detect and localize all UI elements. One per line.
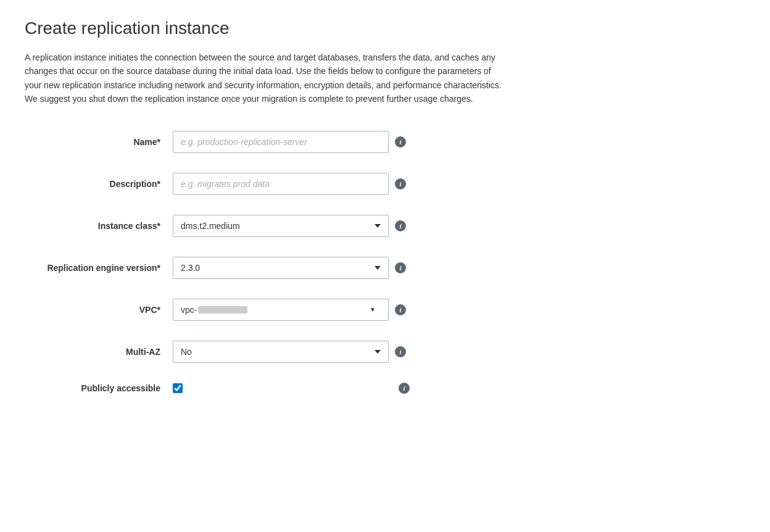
instance-class-info-icon[interactable]: i bbox=[395, 220, 406, 231]
vpc-select[interactable]: vpc- ▼ bbox=[173, 299, 389, 321]
page-title: Create replication instance bbox=[25, 19, 745, 38]
description-row: Description* i bbox=[25, 173, 518, 195]
publicly-accessible-label: Publicly accessible bbox=[25, 383, 173, 393]
description-label: Description* bbox=[25, 179, 173, 189]
multi-az-select[interactable]: No Yes bbox=[173, 341, 389, 363]
name-info-icon[interactable]: i bbox=[395, 136, 406, 148]
description-info-icon[interactable]: i bbox=[395, 178, 406, 189]
engine-version-select[interactable]: 2.3.0 2.4.0 3.0.0 3.1.0 bbox=[173, 257, 389, 279]
vpc-label: VPC* bbox=[25, 305, 173, 315]
vpc-id-blur bbox=[198, 306, 247, 314]
name-row: Name* i bbox=[25, 131, 518, 153]
publicly-accessible-checkbox[interactable] bbox=[173, 383, 183, 393]
create-replication-form: Name* i Description* i Instance class* d… bbox=[25, 131, 518, 394]
multi-az-row: Multi-AZ No Yes i bbox=[25, 341, 518, 363]
vpc-info-icon[interactable]: i bbox=[395, 304, 406, 315]
multi-az-label: Multi-AZ bbox=[25, 347, 173, 357]
engine-version-row: Replication engine version* 2.3.0 2.4.0 … bbox=[25, 257, 518, 279]
name-label: Name* bbox=[25, 137, 173, 147]
page-description: A replication instance initiates the con… bbox=[25, 51, 506, 106]
publicly-accessible-row: Publicly accessible i bbox=[25, 383, 518, 394]
instance-class-control-wrapper: dms.t2.medium dms.t2.large dms.c4.large … bbox=[173, 215, 406, 237]
instance-class-select[interactable]: dms.t2.medium dms.t2.large dms.c4.large … bbox=[173, 215, 389, 237]
multi-az-control-wrapper: No Yes i bbox=[173, 341, 406, 363]
engine-version-label: Replication engine version* bbox=[25, 263, 173, 273]
publicly-accessible-control-wrapper: i bbox=[173, 383, 410, 394]
vpc-row: VPC* vpc- ▼ i bbox=[25, 299, 518, 321]
name-input[interactable] bbox=[173, 131, 389, 153]
engine-version-control-wrapper: 2.3.0 2.4.0 3.0.0 3.1.0 i bbox=[173, 257, 406, 279]
multi-az-info-icon[interactable]: i bbox=[395, 346, 406, 357]
vpc-prefix: vpc- bbox=[181, 305, 197, 315]
name-control-wrapper: i bbox=[173, 131, 406, 153]
publicly-accessible-checkbox-wrapper bbox=[173, 383, 183, 393]
vpc-control-wrapper: vpc- ▼ i bbox=[173, 299, 406, 321]
instance-class-row: Instance class* dms.t2.medium dms.t2.lar… bbox=[25, 215, 518, 237]
description-control-wrapper: i bbox=[173, 173, 406, 195]
engine-version-info-icon[interactable]: i bbox=[395, 262, 406, 273]
publicly-accessible-info-icon[interactable]: i bbox=[399, 383, 410, 394]
instance-class-label: Instance class* bbox=[25, 221, 173, 231]
vpc-dropdown-arrow: ▼ bbox=[370, 306, 376, 313]
description-input[interactable] bbox=[173, 173, 389, 195]
